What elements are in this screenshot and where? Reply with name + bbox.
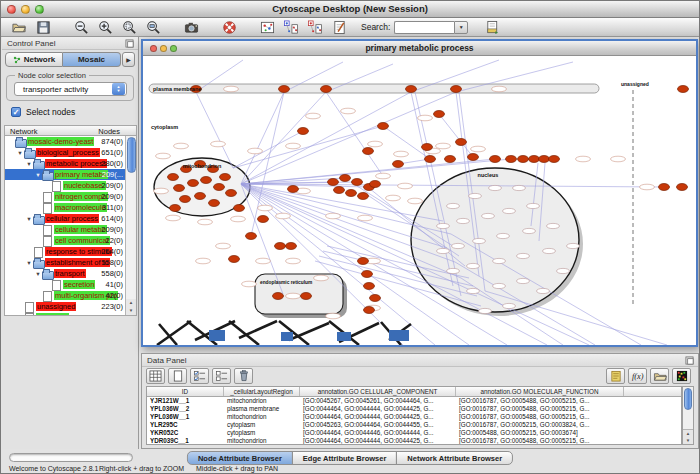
attribute-table[interactable]: ID_cellularLayoutRegionannotation.GO CEL… bbox=[146, 386, 682, 445]
tree-row-mosaic-demo-yeast[interactable]: mosaic-demo-yeast874(0) bbox=[5, 136, 136, 147]
network-node[interactable] bbox=[539, 156, 550, 163]
network-node[interactable] bbox=[180, 196, 191, 203]
tree-row-biological-process[interactable]: ▼biological_process651(0) bbox=[5, 147, 136, 158]
network-node[interactable] bbox=[201, 177, 212, 184]
network-node[interactable] bbox=[363, 148, 374, 155]
network-node[interactable] bbox=[229, 256, 240, 263]
network-node[interactable] bbox=[362, 271, 373, 278]
network-node[interactable] bbox=[358, 258, 369, 265]
network-node[interactable] bbox=[226, 190, 237, 197]
table-row[interactable]: YKR052Ccytoplasm[GO:0044464, GO:0044446,… bbox=[147, 429, 681, 437]
network-node[interactable] bbox=[468, 154, 479, 161]
network-node[interactable] bbox=[352, 179, 363, 186]
network-node[interactable] bbox=[301, 293, 312, 300]
table-row[interactable]: YJR121W__1mitochondrion[GO:0045267, GO:0… bbox=[147, 397, 681, 405]
network-node[interactable] bbox=[234, 205, 245, 212]
tree-row-response-to-stimulu[interactable]: response to stimulu264(0) bbox=[5, 246, 136, 257]
network-node[interactable] bbox=[406, 86, 417, 93]
tree-row-overview[interactable]: Overview8(0) bbox=[5, 312, 136, 316]
column-header[interactable]: annotation.GO MOLECULAR_FUNCTION bbox=[456, 387, 624, 396]
tree-row-cellular-metabo[interactable]: cellular metabo209(0) bbox=[5, 224, 136, 235]
select-nodes-checkbox[interactable]: ✓ bbox=[11, 107, 21, 117]
tree-row-establishment-of-lo[interactable]: ▼establishment of lo558(0) bbox=[5, 257, 136, 268]
tab-mosaic[interactable]: Mosaic bbox=[63, 52, 121, 67]
network-node[interactable] bbox=[549, 156, 560, 163]
network-node[interactable] bbox=[195, 193, 206, 200]
tab-overflow-arrow-icon[interactable]: ▶ bbox=[122, 52, 135, 67]
notes-icon[interactable] bbox=[606, 368, 625, 384]
tree-row-transport[interactable]: ▼transport558(0) bbox=[5, 268, 136, 279]
tree-row-metabolic-process[interactable]: ▼metabolic process280(0) bbox=[5, 158, 136, 169]
new-attribute-icon[interactable] bbox=[168, 368, 187, 384]
expand-arrow-icon[interactable]: ▼ bbox=[25, 161, 33, 167]
expand-arrow-icon[interactable]: ▼ bbox=[34, 271, 42, 277]
open-folder-icon[interactable] bbox=[7, 19, 31, 36]
zoom-fit-icon[interactable] bbox=[141, 19, 165, 36]
tree-row-primary-metabo[interactable]: ▼primary metabo209(... bbox=[5, 169, 136, 180]
annotation-page-icon[interactable] bbox=[327, 19, 351, 36]
search-input[interactable] bbox=[394, 21, 454, 34]
import-table-folder-icon[interactable] bbox=[650, 368, 669, 384]
tab-node-attribute-browser[interactable]: Node Attribute Browser bbox=[187, 451, 293, 465]
tree-scrollbar[interactable]: ▲▼ bbox=[125, 136, 136, 315]
import-attributes-icon[interactable] bbox=[480, 19, 504, 36]
tree-row-cellular-process[interactable]: ▼cellular process614(0) bbox=[5, 213, 136, 224]
table-scrollbar[interactable]: ▲▼ bbox=[682, 386, 694, 445]
network-node[interactable] bbox=[490, 156, 501, 163]
network-view-titlebar[interactable]: primary metabolic process bbox=[143, 41, 696, 56]
formula-icon[interactable]: f(x) bbox=[628, 368, 647, 384]
expand-arrow-icon[interactable]: ▼ bbox=[25, 260, 33, 266]
camera-icon[interactable] bbox=[179, 19, 203, 36]
delete-attribute-trash-icon[interactable] bbox=[234, 368, 253, 384]
layout-nodes-red-icon[interactable] bbox=[303, 19, 327, 36]
network-node[interactable] bbox=[518, 156, 529, 163]
tree-scrollbar-arrows[interactable]: ▲▼ bbox=[125, 299, 136, 315]
birdseye-view-icon[interactable] bbox=[255, 19, 279, 36]
network-node[interactable] bbox=[370, 295, 381, 302]
layout-nodes-blue-icon[interactable] bbox=[279, 19, 303, 36]
network-node[interactable] bbox=[174, 185, 185, 192]
column-header[interactable]: annotation.GO CELLULAR_COMPONENT bbox=[300, 387, 456, 396]
network-node[interactable] bbox=[358, 193, 369, 200]
network-node[interactable] bbox=[422, 144, 433, 151]
network-node[interactable] bbox=[188, 180, 199, 187]
network-node[interactable] bbox=[677, 184, 688, 191]
network-node[interactable] bbox=[246, 233, 257, 240]
tree-row-multi-organism-pro[interactable]: multi-organism pro42(0) bbox=[5, 290, 136, 301]
network-node[interactable] bbox=[258, 216, 269, 223]
unselect-attributes-icon[interactable] bbox=[212, 368, 231, 384]
network-node[interactable] bbox=[364, 283, 375, 290]
tree-row-unassigned[interactable]: unassigned223(0) bbox=[5, 301, 136, 312]
table-row[interactable]: YDR039C__1mitochondrion[GO:0044464, GO:0… bbox=[147, 437, 681, 445]
expand-arrow-icon[interactable]: ▼ bbox=[25, 216, 33, 222]
network-node[interactable] bbox=[220, 174, 231, 181]
matrix-heatmap-icon[interactable] bbox=[672, 368, 691, 384]
table-row[interactable]: YPL036W__2plasma membrane[GO:0044464, GO… bbox=[147, 405, 681, 413]
network-node[interactable] bbox=[286, 243, 297, 250]
network-node[interactable] bbox=[678, 86, 689, 93]
float-panel-icon[interactable] bbox=[125, 39, 134, 50]
network-node[interactable] bbox=[364, 307, 375, 314]
save-icon[interactable] bbox=[31, 19, 55, 36]
network-node[interactable] bbox=[321, 86, 332, 93]
network-node[interactable] bbox=[451, 86, 462, 93]
network-node[interactable] bbox=[170, 205, 181, 212]
network-node[interactable] bbox=[378, 123, 389, 130]
tab-network-attribute-browser[interactable]: Network Attribute Browser bbox=[396, 451, 513, 465]
network-node[interactable] bbox=[340, 175, 351, 182]
tree-scrollbar-thumb[interactable] bbox=[127, 137, 136, 173]
network-node[interactable] bbox=[328, 179, 339, 186]
column-header[interactable]: ID bbox=[147, 387, 224, 396]
tree-row-secretion[interactable]: secretion41(0) bbox=[5, 279, 136, 290]
tree-row-macromolecule[interactable]: macromolecule311(0) bbox=[5, 202, 136, 213]
network-node[interactable] bbox=[456, 139, 467, 146]
network-node[interactable] bbox=[445, 156, 456, 163]
network-node[interactable] bbox=[659, 184, 670, 191]
network-node[interactable] bbox=[346, 190, 357, 197]
network-node[interactable] bbox=[425, 156, 436, 163]
network-node[interactable] bbox=[529, 156, 540, 163]
network-node[interactable] bbox=[334, 187, 345, 194]
attribute-table-icon[interactable] bbox=[146, 368, 165, 384]
network-node[interactable] bbox=[273, 293, 284, 300]
search-dropdown-arrow-icon[interactable]: ▼ bbox=[454, 21, 468, 34]
